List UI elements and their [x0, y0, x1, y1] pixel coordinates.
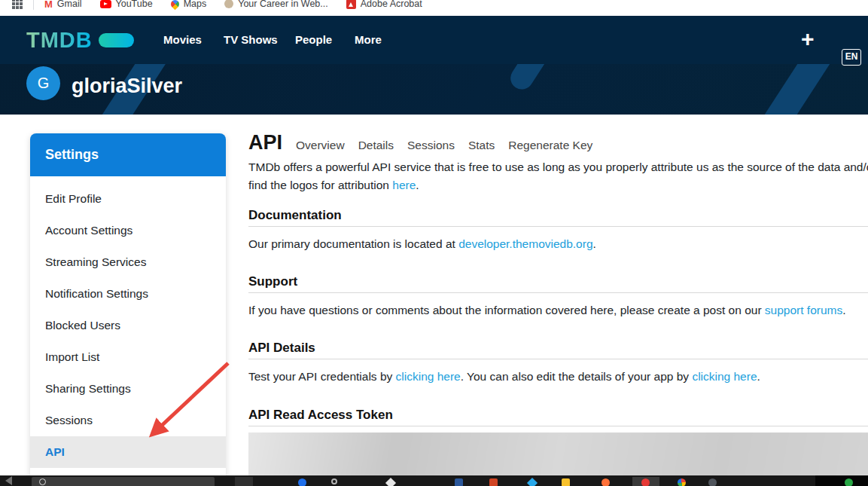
developer-docs-link[interactable]: developer.themoviedb.org	[458, 237, 592, 250]
add-new-icon[interactable]: +	[801, 16, 815, 64]
test-credentials-link[interactable]: clicking here	[396, 370, 461, 383]
sidebar-item-import-list[interactable]: Import List	[30, 341, 226, 373]
support-forums-link[interactable]: support forums	[765, 304, 842, 316]
taskbar-folder-icon[interactable]	[562, 478, 570, 486]
intro-text-line2: find the logos for attribution here.	[248, 176, 868, 194]
api-details-heading: API Details	[248, 341, 868, 356]
api-token-blurred-value	[248, 433, 868, 475]
taskbar-right-section	[815, 475, 868, 486]
profile-username: gloriaSilver	[72, 75, 182, 98]
sidebar-title: Settings	[30, 133, 226, 176]
windows-taskbar	[0, 475, 868, 486]
taskbar-chrome-icon[interactable]	[678, 478, 686, 486]
bookmark-youtube[interactable]: YouTube	[100, 0, 153, 9]
page-title: API	[248, 131, 282, 154]
bookmark-acrobat[interactable]: Adobe Acrobat	[346, 0, 422, 9]
documentation-heading: Documentation	[248, 208, 868, 223]
sidebar-item-sessions[interactable]: Sessions	[30, 405, 226, 436]
bookmarks-separator	[33, 0, 34, 10]
intro-text-line1: TMDb offers a powerful API service that …	[248, 158, 868, 176]
profile-banner: G gloriaSilver	[0, 64, 868, 115]
tab-regenerate-key[interactable]: Regenerate Key	[508, 139, 592, 152]
tab-details[interactable]: Details	[358, 139, 394, 152]
bookmark-label: Gmail	[57, 0, 82, 9]
taskbar-powerpoint-icon[interactable]	[489, 478, 498, 486]
youtube-icon	[100, 0, 111, 8]
browser-bookmarks-bar: M Gmail YouTube Maps Your Career in Web.…	[0, 0, 868, 16]
nav-movies[interactable]: Movies	[163, 16, 202, 64]
tmdb-logo-pill	[99, 33, 134, 47]
sidebar-list: Edit Profile Account Settings Streaming …	[30, 176, 226, 468]
sidebar-item-sharing-settings[interactable]: Sharing Settings	[30, 373, 226, 405]
settings-sidebar: Settings Edit Profile Account Settings S…	[30, 133, 226, 486]
attribution-logos-link[interactable]: here	[392, 179, 416, 191]
avatar: G	[26, 66, 60, 100]
taskbar-app-icon[interactable]	[298, 478, 306, 486]
maps-icon	[169, 0, 181, 10]
bookmark-label: Maps	[184, 0, 207, 9]
api-details-text: Test your API credentials by clicking he…	[248, 368, 868, 386]
bookmark-label: Adobe Acrobat	[361, 0, 422, 9]
taskbar-app-icon[interactable]	[385, 478, 396, 486]
taskbar-word-icon[interactable]	[455, 478, 463, 486]
bookmark-label: Your Career in Web...	[238, 0, 328, 9]
nav-people[interactable]: People	[295, 16, 332, 64]
banner-stripe	[506, 64, 570, 93]
api-read-access-token-heading: API Read Access Token	[248, 408, 868, 423]
edit-app-details-link[interactable]: clicking here	[692, 370, 757, 383]
gmail-icon: M	[44, 0, 53, 9]
bookmark-gmail[interactable]: M Gmail	[44, 0, 82, 9]
taskbar-app-icon[interactable]	[641, 478, 650, 486]
section-divider	[248, 426, 868, 426]
tmdb-header: TMDB Movies TV Shows People More + EN	[0, 16, 868, 64]
taskbar-onedrive-icon[interactable]	[527, 478, 538, 486]
tab-sessions[interactable]: Sessions	[407, 139, 455, 152]
tmdb-logo[interactable]: TMDB	[26, 16, 134, 64]
documentation-text: Our primary documentation is located at …	[248, 235, 868, 253]
search-icon	[39, 478, 46, 485]
taskbar-back-icon[interactable]	[5, 476, 12, 485]
taskbar-firefox-icon[interactable]	[602, 478, 610, 486]
sidebar-item-account-settings[interactable]: Account Settings	[30, 215, 226, 246]
nav-more[interactable]: More	[355, 16, 382, 64]
tab-stats[interactable]: Stats	[468, 139, 495, 152]
section-divider	[248, 359, 868, 359]
taskbar-app-icon[interactable]	[845, 478, 853, 486]
taskbar-app-tile[interactable]	[235, 477, 253, 486]
support-text: If you have questions or comments about …	[248, 301, 868, 319]
sidebar-item-blocked-users[interactable]: Blocked Users	[30, 310, 226, 341]
section-divider	[248, 226, 868, 227]
bookmark-maps[interactable]: Maps	[171, 0, 207, 9]
site-favicon-icon	[224, 0, 233, 8]
nav-tv-shows[interactable]: TV Shows	[224, 16, 278, 64]
bookmark-label: YouTube	[116, 0, 153, 9]
section-divider	[248, 292, 868, 293]
language-badge[interactable]: EN	[842, 49, 861, 66]
sidebar-item-streaming-services[interactable]: Streaming Services	[30, 246, 226, 278]
sidebar-item-edit-profile[interactable]: Edit Profile	[30, 183, 226, 215]
acrobat-icon	[346, 0, 356, 9]
sidebar-item-notification-settings[interactable]: Notification Settings	[30, 278, 226, 310]
tab-overview[interactable]: Overview	[296, 139, 345, 152]
apps-grid-icon[interactable]	[12, 0, 23, 9]
bookmark-career-site[interactable]: Your Career in Web...	[224, 0, 328, 9]
taskbar-app-icon[interactable]	[331, 478, 337, 484]
sidebar-item-api[interactable]: API	[30, 436, 226, 468]
tmdb-logo-text: TMDB	[26, 28, 93, 53]
taskbar-search-box[interactable]	[32, 477, 215, 486]
api-settings-content: API Overview Details Sessions Stats Rege…	[248, 115, 868, 475]
banner-stripe	[748, 64, 845, 115]
taskbar-app-icon[interactable]	[708, 478, 717, 486]
support-heading: Support	[248, 274, 868, 289]
